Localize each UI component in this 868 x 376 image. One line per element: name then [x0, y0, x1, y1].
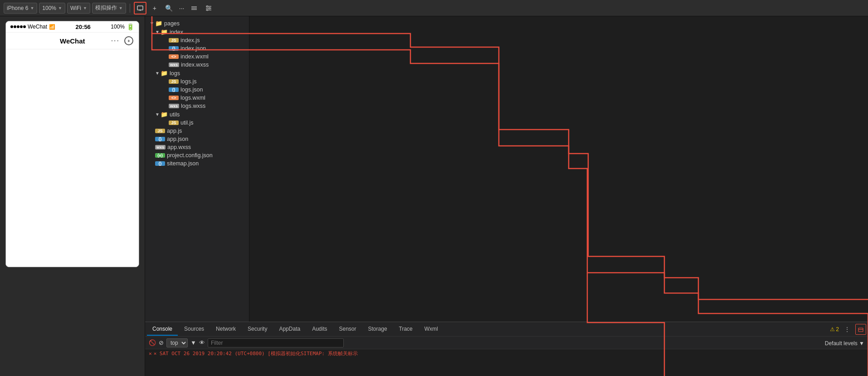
badge-wxss-1: wxs	[169, 63, 179, 67]
tree-item-project-config[interactable]: {e} project.config.json	[145, 151, 249, 159]
phone-carrier-label: WeChat	[28, 24, 47, 30]
tree-item-logs-js[interactable]: JS logs.js	[145, 77, 249, 86]
levels-label[interactable]: Default levels ▼	[825, 340, 864, 347]
phone-frame: WeChat 📶 20:56 100% 🔋 WeChat ··· +	[5, 21, 139, 267]
tree-item-app-json[interactable]: {} app.json	[145, 135, 249, 143]
tree-item-logs-json[interactable]: {} logs.json	[145, 86, 249, 94]
right-panel: ▼ 📁 pages ▼ 📁 index JS index.js	[145, 16, 868, 376]
tree-item-app-wxss[interactable]: wxs app.wxss	[145, 143, 249, 151]
settings-button[interactable]	[202, 2, 215, 14]
mode-label: 模拟操作	[95, 4, 117, 12]
context-selector[interactable]: top	[166, 338, 188, 347]
badge-wxss-3: wxs	[155, 145, 166, 149]
search-button[interactable]: 🔍	[163, 2, 176, 14]
network-label: WiFi	[70, 5, 81, 11]
more-button[interactable]: ···	[177, 5, 186, 12]
devtools-tab-trace[interactable]: Trace	[394, 323, 418, 336]
tree-arrow-pages: ▼	[149, 21, 155, 26]
tree-label-logs-folder: logs	[170, 70, 180, 77]
tree-label-project-config: project.config.json	[167, 152, 213, 159]
tree-item-app-js[interactable]: JS app.js	[145, 127, 249, 135]
badge-wxss-2: wxs	[169, 104, 179, 108]
tree-label-logs-wxml: logs.wxml	[180, 95, 205, 101]
tree-item-index-json[interactable]: {} index.json	[145, 44, 249, 53]
tree-item-index-wxml[interactable]: <> index.wxml	[145, 53, 249, 61]
badge-js-3: JS	[169, 121, 179, 125]
tree-item-utils-folder[interactable]: ▼ 📁 utils	[145, 110, 249, 119]
zoom-selector[interactable]: 100% ▼	[39, 3, 65, 14]
main-area: WeChat 📶 20:56 100% 🔋 WeChat ··· +	[0, 16, 868, 376]
screen-icon	[137, 5, 143, 11]
phone-status-right: 100% 🔋	[111, 23, 134, 30]
device-selector[interactable]: iPhone 6 ▼	[4, 3, 37, 14]
devtools-panel: Console Sources Network Security AppData…	[145, 322, 868, 376]
device-dropdown-arrow: ▼	[30, 6, 34, 10]
folder-icon-logs: 📁	[161, 70, 168, 77]
badge-wxml-2: <>	[169, 96, 179, 100]
tree-arrow-index: ▼	[154, 29, 161, 34]
devtools-tab-storage[interactable]: Storage	[363, 323, 393, 336]
devtools-more-button[interactable]: ⋮	[842, 324, 853, 335]
devtools-tab-network[interactable]: Network	[210, 323, 241, 336]
search-icon: 🔍	[165, 5, 173, 12]
devtools-tab-sensor[interactable]: Sensor	[334, 323, 362, 336]
phone-time: 20:56	[76, 24, 91, 30]
devtools-tab-wxml[interactable]: Wxml	[419, 323, 444, 336]
tree-item-sitemap-json[interactable]: {} sitemap.json	[145, 159, 249, 168]
tree-item-logs-wxml[interactable]: <> logs.wxml	[145, 94, 249, 102]
tree-arrow-logs: ▼	[154, 71, 161, 76]
tree-label-app-js: app.js	[167, 128, 182, 134]
wechat-header: WeChat ··· +	[6, 32, 139, 49]
layout-icon	[191, 5, 197, 11]
wechat-plus-button[interactable]: +	[124, 36, 133, 45]
undock-icon	[858, 327, 863, 332]
error-icon: ✕	[149, 351, 152, 357]
badge-js-4: JS	[155, 129, 165, 133]
badge-config-1: {e}	[155, 153, 165, 158]
wechat-menu-dots[interactable]: ···	[111, 37, 120, 45]
console-filter-toggle[interactable]: ▼	[190, 339, 196, 346]
mode-dropdown-arrow: ▼	[119, 6, 123, 10]
battery-percent: 100%	[111, 24, 125, 30]
network-dropdown-arrow: ▼	[83, 6, 87, 10]
settings-icon	[205, 5, 212, 11]
tree-label-logs-wxss: logs.wxss	[181, 103, 205, 109]
devtools-tabs-right: ⚠ 2 ⋮	[830, 324, 866, 335]
tree-item-index-js[interactable]: JS index.js	[145, 36, 249, 44]
layout-button[interactable]	[188, 2, 200, 14]
phone-content	[6, 49, 139, 267]
badge-js-2: JS	[169, 79, 179, 84]
devtools-tab-audits[interactable]: Audits	[307, 323, 332, 336]
device-label: iPhone 6	[7, 5, 28, 11]
devtools-tab-security[interactable]: Security	[242, 323, 273, 336]
devtools-tab-sources[interactable]: Sources	[179, 323, 210, 336]
tree-label-index-wxml: index.wxml	[180, 53, 209, 60]
tree-item-logs-wxss[interactable]: wxs logs.wxss	[145, 102, 249, 110]
console-block-button[interactable]: ⊘	[159, 339, 164, 346]
devtools-undock-button[interactable]	[855, 324, 866, 335]
screen-toggle-button[interactable]	[134, 2, 146, 14]
mode-selector[interactable]: 模拟操作 ▼	[92, 3, 126, 14]
eye-icon[interactable]: 👁	[199, 339, 205, 346]
folder-icon-index: 📁	[161, 29, 168, 35]
tree-item-logs-folder[interactable]: ▼ 📁 logs	[145, 69, 249, 77]
devtools-tab-console[interactable]: Console	[147, 323, 178, 336]
devtools-tab-appdata[interactable]: AppData	[273, 323, 306, 336]
svg-point-7	[207, 5, 208, 7]
devtools-content: ✕ × SAT OCT 26 2019 20:20:42 (UTC+0800) …	[145, 349, 868, 376]
console-filter-input[interactable]	[208, 338, 344, 347]
levels-container: Default levels ▼	[825, 339, 864, 347]
main-toolbar: iPhone 6 ▼ 100% ▼ WiFi ▼ 模拟操作 ▼ + 🔍 ···	[0, 0, 868, 16]
tree-item-index-wxss[interactable]: wxs index.wxss	[145, 61, 249, 69]
tree-item-util-js[interactable]: JS util.js	[145, 119, 249, 127]
editor-area	[249, 16, 868, 322]
simulator-panel: WeChat 📶 20:56 100% 🔋 WeChat ··· +	[0, 16, 145, 376]
toolbar-separator-1	[130, 4, 130, 13]
network-selector[interactable]: WiFi ▼	[67, 3, 90, 14]
zoom-label: 100%	[42, 5, 56, 11]
tree-item-pages[interactable]: ▼ 📁 pages	[145, 19, 249, 28]
tree-item-index-folder[interactable]: ▼ 📁 index	[145, 28, 249, 36]
phone-status-bar: WeChat 📶 20:56 100% 🔋	[6, 21, 139, 32]
console-clear-button[interactable]: 🚫	[149, 339, 156, 346]
add-button[interactable]: +	[148, 2, 161, 14]
